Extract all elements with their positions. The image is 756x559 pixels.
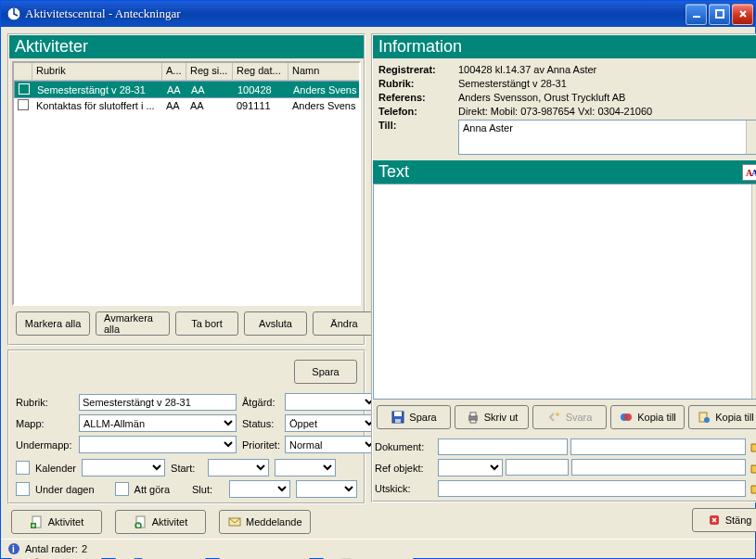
copy-icon xyxy=(697,410,711,425)
atgard-select[interactable] xyxy=(285,393,378,411)
unmark-all-button[interactable]: Avmarkera alla xyxy=(96,311,170,336)
close-window-button[interactable]: Stäng xyxy=(692,508,756,532)
rubrik-info-label: Rubrik: xyxy=(378,78,453,89)
referens-value: Anders Svensson, Orust Tryckluft AB xyxy=(458,92,756,103)
app-icon xyxy=(6,6,21,21)
refobj-label: Ref objekt: xyxy=(375,463,434,474)
copy-to-button-1[interactable]: Kopia till xyxy=(610,405,685,429)
info-header: Information xyxy=(373,35,756,58)
undermapp-select[interactable] xyxy=(79,436,237,453)
form-save-button[interactable]: Spara xyxy=(294,360,357,384)
refobj-input-1[interactable] xyxy=(506,459,569,476)
svg-rect-19 xyxy=(470,413,476,416)
svg-point-25 xyxy=(704,417,710,423)
printer-icon xyxy=(466,410,481,425)
svg-point-23 xyxy=(624,413,632,421)
dokument-input-2[interactable] xyxy=(570,438,746,455)
text-area[interactable] xyxy=(373,184,756,400)
status-label: Status: xyxy=(242,418,279,429)
reg-label: Registrerat: xyxy=(378,64,453,75)
svg-rect-20 xyxy=(470,420,476,423)
svg-text:A: A xyxy=(751,168,756,178)
till-field[interactable]: Anna Aster xyxy=(458,120,756,155)
utskick-browse-icon[interactable] xyxy=(750,481,756,496)
underdag-checkbox[interactable] xyxy=(16,482,30,496)
slut-date-select[interactable] xyxy=(229,480,290,498)
text-header: Text xyxy=(378,162,409,182)
utskick-input[interactable] xyxy=(438,480,746,497)
mapp-label: Mapp: xyxy=(16,418,73,429)
window-title: Aktivitetscentral - Anteckningar xyxy=(25,6,686,21)
rubrik-input[interactable] xyxy=(79,394,237,411)
dokument-label: Dokument: xyxy=(375,441,434,452)
font-icon[interactable]: AA xyxy=(742,164,756,181)
slut-label: Slut: xyxy=(192,484,224,495)
svg-text:i: i xyxy=(12,544,15,554)
activities-header: Aktiviteter xyxy=(9,35,364,58)
status-rows-label: Antal rader: xyxy=(25,543,78,554)
start-label: Start: xyxy=(171,463,202,474)
copy-icon xyxy=(619,410,634,425)
attgora-label: Att göra xyxy=(135,484,171,495)
activities-list[interactable]: Rubrik A... Reg si... Reg dat... Namn Se… xyxy=(12,61,361,306)
recurring-icon xyxy=(134,515,148,529)
new-activity-button[interactable]: Aktivitet xyxy=(11,510,102,534)
status-select[interactable]: Öppet xyxy=(285,414,378,432)
refobj-input-2[interactable] xyxy=(571,459,746,476)
close-button[interactable] xyxy=(732,4,753,25)
kalender-label: Kalender xyxy=(35,463,76,474)
atgard-label: Åtgärd: xyxy=(242,397,279,408)
recurring-activity-button[interactable]: Aktivitet xyxy=(115,510,206,534)
info-icon: i xyxy=(6,541,21,556)
reply-button: Svara xyxy=(532,405,607,429)
document-icon xyxy=(30,515,45,529)
save-button[interactable]: Spara xyxy=(377,405,451,429)
table-row[interactable]: Semesterstängt v 28-31AAAA100428Anders S… xyxy=(14,81,361,98)
envelope-icon xyxy=(227,515,242,529)
svg-rect-17 xyxy=(395,419,401,423)
floppy-icon xyxy=(391,410,405,425)
attgora-checkbox[interactable] xyxy=(115,482,129,496)
reply-icon xyxy=(547,410,562,425)
utskick-label: Utskick: xyxy=(375,483,434,494)
start-date-select[interactable] xyxy=(208,459,269,476)
rubrik-label: Rubrik: xyxy=(16,397,73,408)
print-button[interactable]: Skriv ut xyxy=(455,405,529,429)
svg-rect-2 xyxy=(716,10,724,18)
svg-point-21 xyxy=(556,413,559,416)
refobj-type-select[interactable] xyxy=(438,459,503,476)
underdag-label: Under dagen xyxy=(35,484,95,495)
till-label: Till: xyxy=(378,120,453,155)
slut-time-select[interactable] xyxy=(296,480,357,498)
activities-columns[interactable]: Rubrik A... Reg si... Reg dat... Namn xyxy=(14,63,361,81)
edit-button[interactable]: Ändra xyxy=(313,311,376,336)
mark-all-button[interactable]: Markera alla xyxy=(16,311,90,336)
copy-to-button-2[interactable]: Kopia till xyxy=(688,405,756,429)
dokument-browse-icon[interactable] xyxy=(750,439,756,454)
delete-button[interactable]: Ta bort xyxy=(175,311,238,336)
svg-rect-16 xyxy=(394,412,402,416)
finish-button[interactable]: Avsluta xyxy=(244,311,307,336)
prio-select[interactable]: Normal xyxy=(285,436,378,453)
kalender-checkbox[interactable] xyxy=(16,461,30,475)
start-time-select[interactable] xyxy=(275,459,336,476)
telefon-value: Direkt: Mobil: 073-987654 Vxl: 0304-2106… xyxy=(458,106,756,117)
telefon-label: Telefon: xyxy=(378,106,453,117)
svg-rect-1 xyxy=(693,16,700,18)
prio-label: Prioritet: xyxy=(242,439,279,451)
reg-value: 100428 kl.14.37 av Anna Aster xyxy=(458,64,756,75)
referens-label: Referens: xyxy=(378,92,453,103)
table-row[interactable]: Kontaktas för slutoffert i ...AAAA091111… xyxy=(14,98,361,113)
maximize-button[interactable] xyxy=(709,4,730,25)
mapp-select[interactable]: ALLM-Allmän xyxy=(79,414,237,432)
refobj-browse-icon[interactable] xyxy=(750,461,756,476)
kalender-select[interactable] xyxy=(82,459,165,476)
rubrik-info-value: Semesterstängt v 28-31 xyxy=(458,78,756,89)
minimize-button[interactable] xyxy=(686,4,707,25)
undermapp-label: Undermapp: xyxy=(16,439,73,451)
status-rows-value: 2 xyxy=(82,543,87,554)
message-button[interactable]: Meddelande xyxy=(219,510,311,534)
close-icon xyxy=(707,513,722,527)
dokument-input-1[interactable] xyxy=(438,438,568,455)
